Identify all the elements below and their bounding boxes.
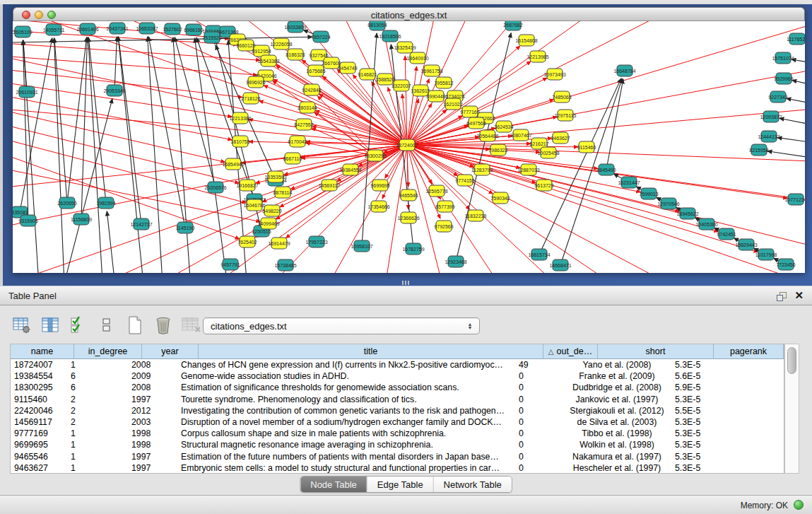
graph-node[interactable]: 7625402	[237, 236, 257, 247]
table-cell[interactable]: Stergiakouli et al. (2012)	[563, 406, 671, 416]
graph-node[interactable]: 12887033	[517, 164, 539, 175]
table-cell[interactable]: Jankovic et al. (1997)	[563, 395, 671, 404]
table-row[interactable]: 1456911722003Disruption of a novel membe…	[11, 416, 784, 428]
table-cell[interactable]: 0	[515, 417, 563, 427]
graph-node[interactable]: 12093877	[760, 111, 782, 122]
graph-node[interactable]: 9457791	[220, 259, 240, 270]
graph-node[interactable]: 12213985	[526, 51, 548, 62]
graph-node[interactable]: 16033809	[284, 21, 306, 33]
table-cell[interactable]: Structural magnetic resonance image aver…	[177, 440, 515, 450]
table-cell[interactable]: 18724007	[11, 360, 67, 370]
table-cell[interactable]: 1997	[128, 452, 177, 462]
graph-node[interactable]: 1981594	[96, 197, 115, 209]
graph-node[interactable]: 7590342	[490, 192, 510, 204]
table-cell[interactable]: 1	[67, 428, 128, 438]
table-cell[interactable]: Embryonic stem cells: a model to study s…	[177, 463, 515, 473]
graph-node[interactable]: 9896926	[246, 76, 265, 88]
column-header-out_de[interactable]: △out_de…	[543, 344, 598, 358]
graph-node[interactable]: 1810755	[230, 136, 249, 147]
table-cell[interactable]: 5.9E-5	[671, 382, 734, 392]
network-canvas[interactable]: 2605109140557112069140620437341106532871…	[13, 21, 805, 273]
graph-node[interactable]: 8878114	[273, 187, 293, 198]
table-cell[interactable]: 0	[515, 463, 563, 473]
table-settings-icon[interactable]	[11, 315, 33, 336]
graph-node[interactable]: 2605109	[13, 26, 32, 37]
table-cell[interactable]: 22420046	[11, 406, 67, 416]
graph-node[interactable]: 10807467	[510, 129, 531, 141]
graph-node[interactable]: 8990448	[426, 90, 445, 102]
graph-node[interactable]: 16914479	[268, 238, 290, 249]
graph-node[interactable]: 2718126	[241, 93, 260, 104]
column-header-short[interactable]: short	[598, 344, 714, 358]
new-column-icon[interactable]	[124, 315, 146, 336]
column-header-in_degree[interactable]: in_degree	[74, 344, 142, 358]
select-columns-icon[interactable]	[68, 315, 89, 336]
graph-node[interactable]: 9146821	[358, 69, 377, 80]
column-header-pagerank[interactable]: pagerank	[714, 344, 784, 358]
graph-node[interactable]: 16231447	[618, 177, 640, 188]
table-cell[interactable]: 0	[515, 452, 563, 462]
table-cell[interactable]: 2	[67, 417, 128, 427]
graph-node[interactable]: 10771234	[784, 194, 805, 205]
table-cell[interactable]: 1998	[128, 440, 177, 450]
graph-node[interactable]: 16782759	[402, 243, 424, 255]
graph-node[interactable]: 16543382	[257, 55, 279, 66]
graph-node[interactable]: 7723456	[776, 259, 795, 270]
graph-node[interactable]: 18640910	[406, 52, 428, 64]
column-header-title[interactable]: title	[199, 344, 543, 358]
graph-node[interactable]: 15829443	[735, 239, 757, 250]
table-row[interactable]: 969969511998Structural magnetic resonanc…	[11, 439, 784, 450]
table-cell[interactable]: 1	[67, 360, 128, 370]
graph-node[interactable]: 16154808	[515, 35, 537, 46]
graph-node[interactable]: 14569117	[319, 180, 341, 191]
graph-node[interactable]: 9845490	[596, 164, 616, 175]
split-pane-handle[interactable]	[402, 281, 411, 285]
graph-node[interactable]: 18300295	[364, 150, 386, 161]
table-cell[interactable]: Dudbridge et al. (2008)	[563, 382, 671, 392]
graph-node[interactable]: 18325419	[394, 42, 416, 53]
graph-node[interactable]: 6966160	[184, 24, 203, 35]
graph-node[interactable]: 2687682	[503, 21, 522, 30]
table-cell[interactable]: 5.3E-5	[671, 452, 734, 462]
table-row[interactable]: 977716911998Corpus callosum shape and si…	[11, 428, 784, 439]
table-cell[interactable]: Disruption of a novel member of a sodium…	[177, 417, 515, 427]
table-cell[interactable]: 5.3E-5	[671, 440, 734, 450]
graph-node[interactable]: 8427552	[294, 119, 313, 130]
table-cell[interactable]: 0	[515, 406, 563, 416]
graph-node[interactable]: 9742451	[717, 228, 736, 240]
graph-node[interactable]: 8813054	[367, 21, 387, 30]
table-row[interactable]: 1938455462009Genome-wide association stu…	[11, 370, 784, 382]
table-row[interactable]: 911546021997Tourette syndrome. Phenomeno…	[11, 394, 784, 405]
graph-node[interactable]: 12970546	[657, 198, 679, 209]
table-cell[interactable]: Hescheler et al. (1997)	[563, 463, 671, 473]
table-cell[interactable]: 5.6E-5	[671, 371, 734, 381]
table-row[interactable]: 1872400712008Changes of HCN gene express…	[11, 359, 784, 370]
table-cell[interactable]: Yano et al. (2008)	[563, 360, 671, 370]
delete-column-icon[interactable]	[153, 315, 174, 336]
table-cell[interactable]: 0	[515, 395, 563, 404]
graph-node[interactable]: 20564486	[476, 130, 498, 141]
table-cell[interactable]: 2008	[128, 360, 177, 370]
table-cell[interactable]: Genome-wide association studies in ADHD.	[177, 371, 515, 381]
column-header-name[interactable]: name	[11, 344, 74, 358]
graph-node[interactable]: 9170043	[288, 136, 307, 147]
graph-node[interactable]: 12444137	[758, 131, 779, 142]
graph-node[interactable]: 1675685	[306, 65, 325, 76]
graph-node[interactable]: 9613729	[534, 180, 553, 191]
tab-network-table[interactable]: Network Table	[434, 477, 512, 492]
graph-node[interactable]: 12595778	[425, 185, 447, 197]
table-cell[interactable]: 5.3E-5	[671, 360, 734, 370]
table-cell[interactable]: Tibbo et al. (1998)	[563, 428, 671, 438]
table-row[interactable]: 1830029562008Estimation of significance …	[11, 382, 784, 393]
table-cell[interactable]: 1997	[128, 395, 177, 404]
graph-node[interactable]: 9115460	[577, 141, 596, 153]
graph-node[interactable]: 9242848	[302, 84, 321, 95]
graph-node[interactable]: 19166827	[236, 180, 258, 191]
network-window-titlebar[interactable]: citations_edges.txt	[13, 7, 805, 21]
tab-edge-table[interactable]: Edge Table	[367, 477, 434, 492]
column-header-year[interactable]: year	[142, 344, 199, 358]
graph-node[interactable]: 16961758	[420, 65, 442, 76]
graph-node[interactable]: 10973493	[543, 69, 565, 80]
table-scrollbar[interactable]	[784, 344, 799, 474]
table-cell[interactable]: 1998	[128, 428, 177, 438]
